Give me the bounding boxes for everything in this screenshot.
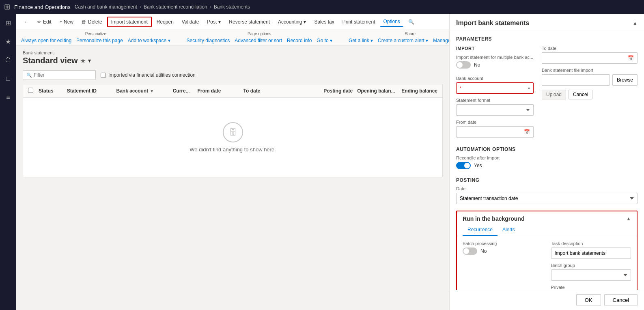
sidebar-workspaces-icon[interactable]: □ <box>2 73 14 84</box>
reconcile-toggle[interactable] <box>456 162 471 169</box>
tab-alerts[interactable]: Alerts <box>498 224 520 236</box>
run-bg-body: Batch processing No <box>457 236 637 290</box>
posting-date-select[interactable]: Statement transaction date Today's date … <box>456 193 638 204</box>
col-opening-balance: Opening balan... <box>353 88 395 94</box>
panel-collapse-button[interactable]: ▲ <box>633 20 638 26</box>
manage-alerts-link[interactable]: Manage my alerts <box>433 38 449 43</box>
sidebar-modules-icon[interactable]: ≡ <box>2 92 14 103</box>
personalize-title: Personalize <box>21 32 170 36</box>
right-panel-title: Import bank statements <box>456 19 529 27</box>
to-date-input[interactable] <box>545 55 628 61</box>
back-button[interactable]: ← <box>21 17 32 26</box>
post-button[interactable]: Post ▾ <box>204 17 224 26</box>
task-description-field: Task description <box>551 241 631 259</box>
reconcile-toggle-row: Yes <box>456 162 638 169</box>
col-to-date: To date <box>243 88 289 94</box>
bank-account-field: Bank account * ▾ <box>456 76 534 94</box>
ok-button[interactable]: OK <box>576 294 601 306</box>
upload-cancel-row: Upload Cancel <box>542 90 638 99</box>
advanced-filter-link[interactable]: Advanced filter or sort <box>235 38 282 43</box>
statement-format-select[interactable] <box>456 104 534 116</box>
from-date-calendar-icon[interactable]: 📅 <box>524 129 530 135</box>
sidebar-favorites-icon[interactable]: ★ <box>2 36 14 47</box>
table-header: Status Statement ID Bank account ▼ Curre… <box>23 84 442 98</box>
custom-alert-link[interactable]: Create a custom alert ▾ <box>378 38 428 43</box>
statement-format-label: Statement format <box>456 98 534 103</box>
select-all-checkbox[interactable] <box>28 88 33 93</box>
edit-button[interactable]: ✏ Edit <box>34 17 55 26</box>
batch-group-label: Batch group <box>551 263 631 268</box>
task-description-input[interactable] <box>551 248 631 259</box>
sidebar-recent-icon[interactable]: ⏱ <box>2 54 14 66</box>
get-link-link[interactable]: Get a link ▾ <box>349 38 373 43</box>
run-bg-collapse-button[interactable]: ▲ <box>626 216 631 222</box>
breadcrumb-item-3[interactable]: Bank statements <box>214 4 250 10</box>
security-diagnostics-link[interactable]: Security diagnostics <box>187 38 230 43</box>
print-statement-button[interactable]: Print statement <box>339 17 379 26</box>
delete-icon: 🗑 <box>82 19 86 25</box>
bank-account-input[interactable]: * ▾ <box>456 82 534 94</box>
right-panel: Import bank statements ▲ Parameters IMPO… <box>449 14 644 310</box>
reopen-button[interactable]: Reopen <box>153 17 177 26</box>
private-label: Private <box>551 285 631 290</box>
filter-input[interactable] <box>34 72 92 78</box>
accounting-chevron-icon: ▾ <box>304 19 306 25</box>
file-import-input[interactable] <box>542 74 610 86</box>
import-statement-button[interactable]: Import statement <box>107 17 152 27</box>
add-workspace-link[interactable]: Add to workspace ▾ <box>128 38 170 43</box>
breadcrumb-sep-2: › <box>210 4 211 10</box>
page-title: Standard view ★ ▾ <box>23 56 443 65</box>
filter-search-icon: 🔍 <box>26 73 32 78</box>
parameters-title: Parameters <box>456 36 638 42</box>
page-title-star: ★ <box>80 58 86 64</box>
tab-recurrence[interactable]: Recurrence <box>463 224 498 236</box>
from-date-input[interactable] <box>460 129 524 135</box>
run-in-background-section: Run in the background ▲ Recurrence Alert… <box>456 211 638 290</box>
grid-icon[interactable]: ⊞ <box>4 2 10 11</box>
goto-link[interactable]: Go to ▾ <box>317 38 332 43</box>
col-status: Status <box>39 88 67 94</box>
to-date-calendar-icon[interactable]: 📅 <box>628 55 634 61</box>
statement-format-field: Statement format <box>456 98 534 116</box>
breadcrumb-item-1[interactable]: Cash and bank management <box>75 4 137 10</box>
always-open-editing-link[interactable]: Always open for editing <box>21 38 71 43</box>
search-toolbar-button[interactable]: 🔍 <box>405 17 418 26</box>
reverse-statement-button[interactable]: Reverse statement <box>226 17 273 26</box>
run-bg-header: Run in the background ▲ <box>457 211 637 224</box>
search-toolbar-icon: 🔍 <box>408 19 414 25</box>
filter-input-wrapper: 🔍 <box>23 70 96 80</box>
page-options-title: Page options <box>187 32 333 36</box>
sidebar-home-icon[interactable]: ⊞ <box>2 17 14 28</box>
upload-button[interactable]: Upload <box>542 90 566 99</box>
browse-button[interactable]: Browse <box>612 74 638 86</box>
reconcile-field: Reconcile after import Yes <box>456 155 638 172</box>
page-title-chevron-icon[interactable]: ▾ <box>88 58 91 64</box>
col-from-date: From date <box>198 88 243 94</box>
batch-group-select[interactable] <box>551 269 631 281</box>
delete-button[interactable]: 🗑 Delete <box>78 17 106 26</box>
import-left-col: IMPORT Import statement for multiple ban… <box>456 46 534 142</box>
accounting-button[interactable]: Accounting ▾ <box>275 17 309 26</box>
automation-section: AUTOMATION OPTIONS Reconcile after impor… <box>456 146 638 172</box>
col-bank-account: Bank account ▼ <box>116 88 172 94</box>
empty-state: 🗄 We didn't find anything to show here. <box>23 98 442 177</box>
file-cancel-button[interactable]: Cancel <box>569 90 592 99</box>
from-date-field: From date 📅 <box>456 120 534 138</box>
validate-button[interactable]: Validate <box>179 17 202 26</box>
new-button[interactable]: + New <box>56 17 77 26</box>
multiple-bank-toggle[interactable] <box>456 61 471 69</box>
run-bg-title: Run in the background <box>463 215 524 222</box>
cancel-main-button[interactable]: Cancel <box>604 294 638 306</box>
col-ending-balance: Ending balance <box>395 88 437 94</box>
batch-toggle[interactable] <box>463 248 477 255</box>
record-info-link[interactable]: Record info <box>287 38 312 43</box>
personalize-page-link[interactable]: Personalize this page <box>76 38 123 43</box>
options-button[interactable]: Options <box>380 17 403 27</box>
breadcrumb-item-2[interactable]: Bank statement reconciliation <box>144 4 207 10</box>
imported-checkbox[interactable] <box>101 73 106 78</box>
posting-date-field: Date Statement transaction date Today's … <box>456 186 638 204</box>
sales-tax-button[interactable]: Sales tax <box>311 17 337 26</box>
file-import-label: Bank statement file import <box>542 68 638 73</box>
bank-account-filter-icon[interactable]: ▼ <box>150 89 154 93</box>
reconcile-value: Yes <box>474 163 482 168</box>
